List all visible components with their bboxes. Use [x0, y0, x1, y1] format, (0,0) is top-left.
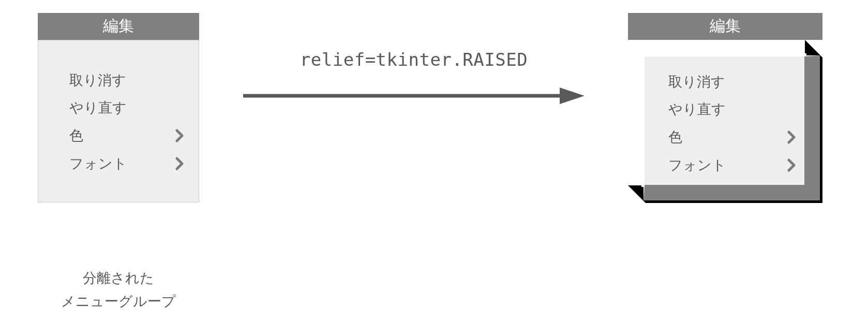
- menu-item-label: やり直す: [69, 101, 127, 115]
- menu-item-redo[interactable]: やり直す: [645, 103, 799, 117]
- chevron-right-icon: [787, 130, 797, 144]
- raised-relief-frame: 取り消す やり直す 色: [628, 40, 822, 203]
- menu-item-label: やり直す: [668, 103, 726, 117]
- chevron-right-icon: [175, 156, 185, 171]
- caption-line: メニューグループ: [38, 290, 199, 313]
- menu-item-label: 色: [69, 129, 83, 143]
- window-title: 編集: [38, 13, 199, 40]
- caption-label: 分離された メニューグループ: [38, 267, 199, 313]
- svg-marker-1: [560, 88, 585, 104]
- menu-item-label: フォント: [69, 157, 127, 171]
- caption-line: 分離された: [38, 267, 199, 290]
- menu-item-color[interactable]: 色: [645, 130, 799, 144]
- menu-item-list: 取り消す やり直す 色 フォント: [52, 74, 185, 171]
- menu-item-undo[interactable]: 取り消す: [52, 74, 185, 88]
- menu-item-label: 取り消す: [668, 75, 725, 89]
- tearoff-menu-after: 編集 取り消す やり直す 色: [628, 13, 822, 203]
- diagram-stage: 編集 取り消す やり直す 色 フォン: [0, 0, 868, 319]
- tearoff-menu-before: 編集 取り消す やり直す 色 フォン: [38, 13, 199, 202]
- menu-body-flat: 取り消す やり直す 色 フォント: [38, 40, 199, 202]
- menu-item-font[interactable]: フォント: [52, 156, 185, 171]
- window-title: 編集: [628, 13, 822, 40]
- transform-code-label: relief=tkinter.RAISED: [248, 49, 579, 70]
- menu-item-label: 色: [668, 130, 682, 144]
- menu-item-undo[interactable]: 取り消す: [645, 75, 799, 89]
- menu-item-list: 取り消す やり直す 色: [645, 75, 799, 172]
- menu-item-label: 取り消す: [69, 74, 126, 88]
- menu-item-redo[interactable]: やり直す: [52, 101, 185, 115]
- menu-item-font[interactable]: フォント: [645, 158, 799, 172]
- chevron-right-icon: [175, 128, 185, 143]
- menu-item-color[interactable]: 色: [52, 128, 185, 143]
- menu-item-label: フォント: [668, 158, 726, 172]
- chevron-right-icon: [787, 158, 797, 172]
- arrow-right-icon: [243, 85, 585, 106]
